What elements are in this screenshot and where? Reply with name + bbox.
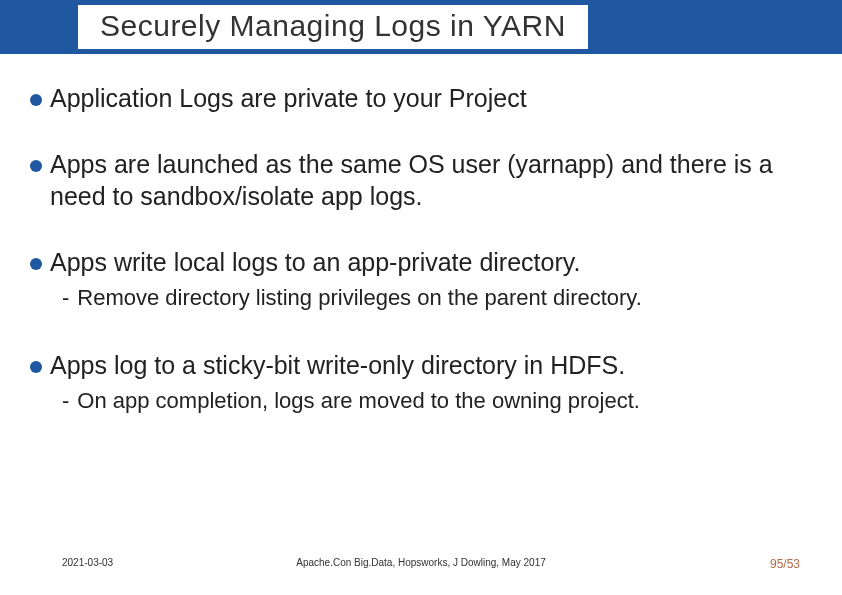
bullet-text: Apps are launched as the same OS user (y… <box>50 148 812 212</box>
bullet-item: Apps log to a sticky-bit write-only dire… <box>30 349 812 381</box>
slide-title: Securely Managing Logs in YARN <box>78 5 588 49</box>
slide: Securely Managing Logs in YARN Applicati… <box>0 0 842 595</box>
footer-attribution: Apache.Con Big.Data, Hopsworks, J Dowlin… <box>296 557 546 568</box>
bullet-item: Apps are launched as the same OS user (y… <box>30 148 812 212</box>
sub-bullet-item: - On app completion, logs are moved to t… <box>62 387 812 416</box>
footer-date: 2021-03-03 <box>62 557 113 568</box>
bullet-icon <box>30 361 42 373</box>
sub-bullet-text: Remove directory listing privileges on t… <box>77 284 642 313</box>
bullet-icon <box>30 160 42 172</box>
dash-icon: - <box>62 284 69 313</box>
bullet-item: Application Logs are private to your Pro… <box>30 82 812 114</box>
bullet-icon <box>30 94 42 106</box>
content-area: Application Logs are private to your Pro… <box>0 54 842 415</box>
bullet-icon <box>30 258 42 270</box>
bullet-text: Application Logs are private to your Pro… <box>50 82 527 114</box>
sub-bullet-text: On app completion, logs are moved to the… <box>77 387 640 416</box>
footer-page-number: 95/53 <box>770 557 800 571</box>
bullet-item: Apps write local logs to an app-private … <box>30 246 812 278</box>
sub-bullet-item: - Remove directory listing privileges on… <box>62 284 812 313</box>
footer: 2021-03-03 Apache.Con Big.Data, Hopswork… <box>0 557 842 577</box>
title-bar: Securely Managing Logs in YARN <box>0 0 842 54</box>
dash-icon: - <box>62 387 69 416</box>
bullet-text: Apps log to a sticky-bit write-only dire… <box>50 349 625 381</box>
bullet-text: Apps write local logs to an app-private … <box>50 246 580 278</box>
